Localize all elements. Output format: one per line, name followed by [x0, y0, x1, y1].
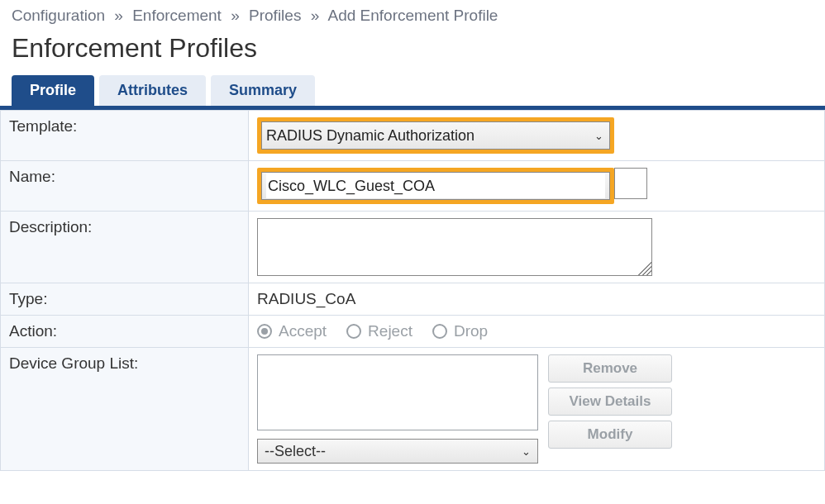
- chevron-down-icon: ⌄: [522, 445, 531, 458]
- action-radio-accept[interactable]: [257, 324, 272, 339]
- remove-button[interactable]: Remove: [548, 354, 672, 383]
- breadcrumb-item[interactable]: Configuration: [12, 7, 105, 24]
- action-option-reject: Reject: [368, 322, 412, 340]
- dgl-label: Device Group List:: [1, 348, 249, 471]
- name-label: Name:: [1, 161, 249, 212]
- action-label: Action:: [1, 316, 249, 348]
- action-radio-group: Accept Reject Drop: [257, 322, 816, 340]
- template-select[interactable]: RADIUS Dynamic Authorization ⌄: [266, 123, 605, 148]
- device-group-listbox[interactable]: [257, 354, 538, 430]
- type-label: Type:: [1, 283, 249, 316]
- description-textarea[interactable]: [257, 218, 652, 276]
- action-radio-reject[interactable]: [346, 324, 361, 339]
- action-option-accept: Accept: [279, 322, 327, 340]
- breadcrumb-sep: »: [311, 7, 320, 24]
- breadcrumb-item[interactable]: Add Enforcement Profile: [328, 7, 498, 24]
- type-value: RADIUS_CoA: [249, 283, 825, 316]
- view-details-button[interactable]: View Details: [548, 388, 672, 416]
- modify-button[interactable]: Modify: [548, 421, 672, 449]
- form-table: Template: RADIUS Dynamic Authorization ⌄…: [0, 110, 825, 471]
- tab-attributes[interactable]: Attributes: [99, 75, 206, 106]
- action-option-drop: Drop: [454, 322, 488, 340]
- template-label: Template:: [1, 111, 249, 161]
- breadcrumb-sep: »: [231, 7, 240, 24]
- description-label: Description:: [1, 212, 249, 283]
- tab-profile[interactable]: Profile: [12, 75, 94, 106]
- device-group-select[interactable]: --Select-- ⌄: [257, 439, 538, 464]
- chevron-down-icon: ⌄: [594, 130, 603, 142]
- name-highlight: Cisco_WLC_Guest_COA: [257, 168, 614, 204]
- breadcrumb-item[interactable]: Enforcement: [132, 7, 222, 24]
- template-select-value: RADIUS Dynamic Authorization: [266, 127, 474, 145]
- name-input[interactable]: Cisco_WLC_Guest_COA: [266, 174, 605, 198]
- name-field-extension[interactable]: [614, 168, 647, 199]
- breadcrumb-item[interactable]: Profiles: [249, 7, 301, 24]
- action-radio-drop[interactable]: [432, 324, 447, 339]
- breadcrumb-sep: »: [114, 7, 123, 24]
- page-title: Enforcement Profiles: [0, 25, 825, 75]
- device-group-select-value: --Select--: [265, 443, 326, 460]
- resize-handle-icon[interactable]: [638, 262, 651, 275]
- breadcrumb: Configuration » Enforcement » Profiles »…: [0, 0, 825, 25]
- tab-summary[interactable]: Summary: [211, 75, 315, 106]
- tabs: Profile Attributes Summary: [0, 75, 825, 110]
- template-highlight: RADIUS Dynamic Authorization ⌄: [257, 117, 614, 154]
